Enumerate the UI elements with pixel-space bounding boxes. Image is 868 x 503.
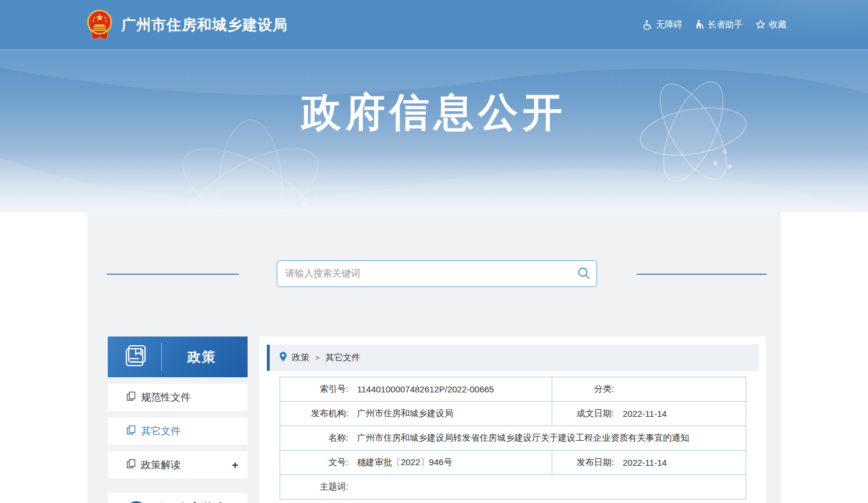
document-icon xyxy=(126,425,141,438)
title-label: 名称: xyxy=(280,433,348,444)
sidebar-item-normative-docs[interactable]: 规范性文件 xyxy=(108,384,248,411)
sidebar-section-gov-info-label: 政府信息公开 xyxy=(175,500,233,503)
sidebar-item-label: 其它文件 xyxy=(141,424,181,438)
content-wrapper: 政策 规范性文件 xyxy=(87,212,781,503)
document-meta-table: 索引号: 11440100007482612P/2022-00665 分类: xyxy=(280,377,746,500)
divider-line-left xyxy=(107,274,239,275)
location-pin-icon xyxy=(276,352,292,364)
index-cell: 索引号: 11440100007482612P/2022-00665 xyxy=(280,377,552,402)
wheelchair-icon xyxy=(643,20,652,30)
site-header: 广州市住房和城乡建设局 无障碍 xyxy=(0,0,868,50)
table-row: 名称: 广州市住房和城乡建设局转发省住房城乡建设厅关于建设工程企业资质有关事宜的… xyxy=(280,426,746,451)
publish-date-label: 发布日期: xyxy=(552,457,614,468)
category-label: 分类: xyxy=(552,384,614,395)
title-cell: 名称: 广州市住房和城乡建设局转发省住房城乡建设厅关于建设工程企业资质有关事宜的… xyxy=(280,426,746,451)
brand: 广州市住房和城乡建设局 xyxy=(86,10,288,40)
agency-cell: 发布机构: 广州市住房和城乡建设局 xyxy=(280,402,552,426)
doc-no-label: 文号: xyxy=(280,457,348,468)
elder-assistant-link[interactable]: 长者助手 xyxy=(695,19,743,30)
agency-value: 广州市住房和城乡建设局 xyxy=(357,408,453,419)
written-date-cell: 成文日期: 2022-11-14 xyxy=(552,402,746,426)
doc-no-value: 穗建审批〔2022〕946号 xyxy=(357,457,452,468)
table-row: 主题词: xyxy=(280,475,746,500)
sidebar-item-other-docs[interactable]: 其它文件 xyxy=(108,417,248,445)
breadcrumb-link-policy[interactable]: 政策 xyxy=(292,352,309,363)
search-input[interactable] xyxy=(277,268,571,279)
accessibility-label: 无障碍 xyxy=(656,19,682,30)
index-label: 索引号: xyxy=(280,384,348,395)
search-button[interactable] xyxy=(571,261,597,286)
keywords-cell: 主题词: xyxy=(280,475,746,500)
table-row: 文号: 穗建审批〔2022〕946号 发布日期: 2022-11-14 xyxy=(280,451,746,475)
title-value: 广州市住房和城乡建设局转发省住房城乡建设厅关于建设工程企业资质有关事宜的通知 xyxy=(357,433,689,444)
national-emblem-logo xyxy=(86,10,113,40)
document-icon xyxy=(126,459,141,472)
banner-title: 政府信息公开 xyxy=(0,86,868,139)
breadcrumb-current: 其它文件 xyxy=(326,352,361,363)
index-value: 11440100007482612P/2022-00665 xyxy=(357,384,494,394)
favorite-link[interactable]: 收藏 xyxy=(756,19,786,30)
written-date-label: 成文日期: xyxy=(552,408,614,419)
columns: 政策 规范性文件 xyxy=(87,336,781,503)
main-panel: 政策 > 其它文件 索引号: 11440100007482612P/2022-0… xyxy=(259,336,766,503)
table-row: 发布机构: 广州市住房和城乡建设局 成文日期: 2022-11-14 xyxy=(280,402,746,426)
written-date-value: 2022-11-14 xyxy=(623,409,667,419)
sidebar-item-label: 规范性文件 xyxy=(141,391,190,404)
publish-date-value: 2022-11-14 xyxy=(623,458,667,467)
breadcrumb-accent-bar xyxy=(267,345,270,371)
page: 广州市住房和城乡建设局 无障碍 xyxy=(0,0,868,503)
sidebar-item-label: 政策解读 xyxy=(141,458,181,472)
search-icon xyxy=(577,267,590,281)
sidebar-section-policy[interactable]: 政策 xyxy=(108,336,248,377)
sidebar-item-policy-interpretation[interactable]: 政策解读 + xyxy=(108,451,248,479)
expand-plus-icon[interactable]: + xyxy=(232,459,238,472)
search-box xyxy=(277,260,597,287)
top-links: 无障碍 长者助手 收藏 xyxy=(643,19,786,30)
sidebar-section-policy-label: 政策 xyxy=(162,348,248,366)
publish-date-cell: 发布日期: 2022-11-14 xyxy=(552,451,746,475)
document-icon xyxy=(126,391,141,404)
breadcrumb-separator: > xyxy=(315,353,320,362)
favorite-label: 收藏 xyxy=(769,19,786,30)
book-icon xyxy=(123,343,149,371)
banner: 政府信息公开 xyxy=(0,50,868,212)
vertical-divider xyxy=(161,500,162,503)
breadcrumb: 政策 > 其它文件 xyxy=(267,345,758,371)
site-title: 广州市住房和城乡建设局 xyxy=(121,15,288,34)
agency-label: 发布机构: xyxy=(280,408,348,419)
star-icon xyxy=(756,20,765,30)
table-row: 索引号: 11440100007482612P/2022-00665 分类: xyxy=(280,377,746,402)
sidebar-section-gov-info[interactable]: 政府信息公开 xyxy=(108,493,248,503)
keywords-label: 主题词: xyxy=(280,481,348,493)
sidebar: 政策 规范性文件 xyxy=(108,336,248,503)
accessibility-link[interactable]: 无障碍 xyxy=(643,19,682,30)
doc-no-cell: 文号: 穗建审批〔2022〕946号 xyxy=(280,451,552,475)
elder-icon xyxy=(695,20,704,30)
search-section xyxy=(87,260,781,287)
elder-assistant-label: 长者助手 xyxy=(708,19,743,30)
divider-line-right xyxy=(637,274,767,275)
category-cell: 分类: xyxy=(552,377,746,402)
